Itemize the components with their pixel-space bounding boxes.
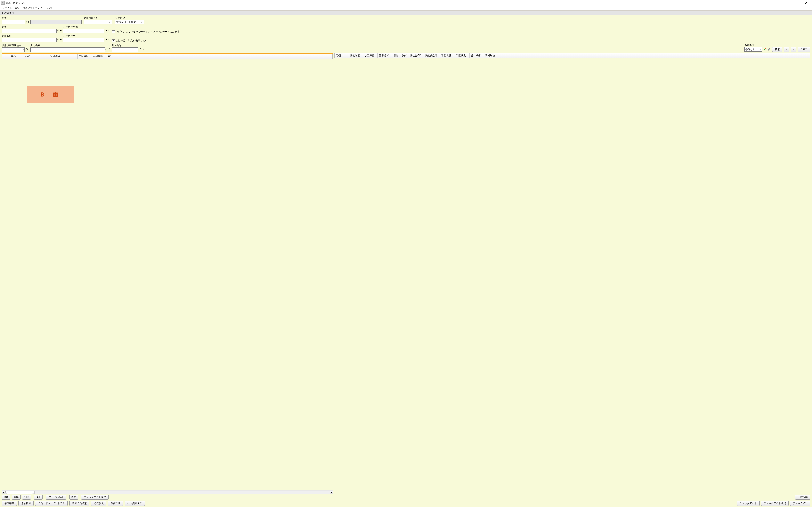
- right-col-hacchuutanka[interactable]: 発注単価: [349, 53, 363, 58]
- prev-button[interactable]: ◄: [784, 47, 790, 52]
- right-col-shizai-tani[interactable]: 資材単位: [484, 53, 810, 58]
- seiban-kanri-button[interactable]: 製番管理: [108, 501, 123, 506]
- maker-mei-input[interactable]: [63, 38, 104, 42]
- scroll-right-icon[interactable]: ►: [330, 491, 333, 494]
- checkbox-hide-deleted[interactable]: ✔ 削除部品・製品を表示しない: [112, 39, 148, 42]
- left-col-hinmoku-bunrui[interactable]: 品目分類: [78, 54, 92, 59]
- right-col-hacchuusaki-cd[interactable]: 発注先CD: [409, 53, 424, 58]
- hinban-input[interactable]: [2, 29, 57, 34]
- minimize-button[interactable]: [784, 0, 793, 6]
- kakuchou-jouken-select[interactable]: 条件なし ▼: [744, 47, 762, 52]
- b-side-overlay: Ｂ 面: [27, 87, 74, 103]
- title-bar: Cel 部品・製品マスタ: [0, 0, 812, 6]
- menu-bar: ファイル 設定 永続化プロパティ ヘルプ: [0, 6, 812, 11]
- seiban-name-display: [30, 20, 82, 24]
- label-zumen-bangou: 図面番号: [111, 44, 144, 47]
- scroll-left-icon[interactable]: ◄: [2, 491, 5, 494]
- right-col-teika[interactable]: 定価: [335, 53, 349, 58]
- right-col-sakujo-flag[interactable]: 削除フラグ: [393, 53, 409, 58]
- right-col-kakou-tanka[interactable]: 加工単価: [363, 53, 378, 58]
- section-title: 検索条件: [4, 11, 14, 15]
- shiiresaki-master-button[interactable]: 仕入先マスタ: [125, 501, 145, 506]
- right-col-kijun-tsuuka[interactable]: 基準通貨…: [378, 53, 393, 58]
- seiban-input[interactable]: [2, 20, 26, 24]
- left-col-rowheader[interactable]: [2, 54, 10, 59]
- svg-point-4: [27, 21, 29, 23]
- delete-button[interactable]: 削除: [22, 495, 31, 500]
- checkout-status-button[interactable]: チェックアウト状況: [81, 495, 109, 500]
- saiban-button[interactable]: 採番: [34, 495, 43, 500]
- window-title: 部品・製品マスタ: [6, 1, 26, 5]
- hinmoku-shurui-kubun-select[interactable]: ▼: [84, 20, 112, 24]
- search-section-header[interactable]: ▼ 検索条件: [0, 11, 812, 15]
- svg-line-7: [28, 50, 28, 51]
- eraser-icon[interactable]: [768, 48, 771, 51]
- grids-container: 製番 品番 品目名称 品目分類 品目種類… 材 Ｂ 面 定価 発注単価 加工単価…: [0, 53, 812, 490]
- menu-help[interactable]: ヘルプ: [44, 6, 54, 10]
- left-grid-pane: 製番 品番 品目名称 品目分類 品目種類… 材 Ｂ 面: [2, 53, 333, 489]
- right-grid-body[interactable]: [335, 58, 810, 489]
- checkbox-login-id-checkout[interactable]: ログインしているIDでチェックアウト中のデータのみ表示: [112, 30, 180, 34]
- right-col-shizai-tanka[interactable]: 資材単価: [469, 53, 484, 58]
- app-icon: Cel: [1, 1, 4, 4]
- kanren-zumen-search-button[interactable]: 関連図面検索: [69, 501, 89, 506]
- genka-sekisan-button[interactable]: 原価積算: [18, 501, 34, 506]
- zumen-bangou-input[interactable]: [111, 47, 138, 52]
- kousei-edit-button[interactable]: 構成編集: [2, 501, 17, 506]
- menu-file[interactable]: ファイル: [1, 6, 13, 10]
- left-col-zai[interactable]: 材: [107, 54, 333, 59]
- left-grid-body[interactable]: [2, 59, 333, 489]
- maximize-button[interactable]: [793, 0, 802, 6]
- menu-persistence-props[interactable]: 永続化プロパティ: [21, 6, 44, 10]
- checkbox-checked-icon: ✔: [112, 39, 115, 42]
- koukai-kubun-select[interactable]: プライベート優先▼: [115, 20, 144, 24]
- hanyou-taishou-lookup-icon[interactable]: [25, 48, 29, 52]
- clear-button[interactable]: クリア: [798, 47, 810, 52]
- close-button[interactable]: [802, 0, 811, 6]
- kousei-sanshou-button[interactable]: 構成参照: [91, 501, 106, 506]
- label-hinmoku-meisho: 品目名称: [2, 34, 62, 38]
- svg-point-6: [26, 48, 28, 50]
- maker-kataban-input[interactable]: [63, 29, 104, 34]
- hinmoku-meisho-input[interactable]: [2, 38, 57, 42]
- right-grid-header: 定価 発注単価 加工単価 基準通貨… 削除フラグ 発注先CD 発注先名称 手配状…: [335, 53, 810, 58]
- checkout-cancel-button[interactable]: チェックアウト取消: [761, 501, 789, 506]
- checkin-button[interactable]: チェックイン: [790, 501, 810, 506]
- label-maker-mei: メーカー名: [63, 34, 109, 38]
- checkbox-box-icon: [112, 30, 115, 33]
- copy-button[interactable]: 複製: [12, 495, 20, 500]
- button-rows: 追加 複製 削除 採番 ファイル参照 履歴 チェックアウト状況 一時保存 構成編…: [0, 494, 812, 507]
- right-col-tehai1[interactable]: 手配状況…: [440, 53, 455, 58]
- add-button[interactable]: 追加: [2, 495, 10, 500]
- left-col-seiban[interactable]: 製番: [10, 54, 24, 59]
- file-ref-button[interactable]: ファイル参照: [46, 495, 66, 500]
- hanyou-taishou-select[interactable]: ▼: [2, 47, 24, 52]
- right-col-tehai2[interactable]: 手配状況…: [455, 53, 469, 58]
- temp-save-button[interactable]: 一時保存: [795, 495, 810, 500]
- left-col-hinban[interactable]: 品番: [24, 54, 49, 59]
- menu-settings[interactable]: 設定: [13, 6, 21, 10]
- history-button[interactable]: 履歴: [69, 495, 78, 500]
- zumen-doc-mgmt-button[interactable]: 図面・ドキュメント管理: [35, 501, 68, 506]
- checkout-button[interactable]: チェックアウト: [737, 501, 760, 506]
- label-hanyou-kensaku: 汎用検索: [30, 44, 110, 47]
- left-grid-scrollbar[interactable]: ◄ ►: [2, 490, 333, 494]
- right-col-hacchuusaki-mei[interactable]: 発注先名称: [424, 53, 440, 58]
- label-hinban: 品番: [2, 25, 62, 29]
- hanyou-kensaku-input[interactable]: [30, 47, 105, 52]
- scroll-track[interactable]: [35, 491, 330, 494]
- right-grid-pane: 定価 発注単価 加工単価 基準通貨… 削除フラグ 発注先CD 発注先名称 手配状…: [335, 53, 810, 489]
- checkbox-login-id-label: ログインしているIDでチェックアウト中のデータのみ表示: [116, 30, 180, 34]
- maker-mei-wildcard: ( * *): [105, 39, 109, 42]
- left-col-hinmoku-shurui[interactable]: 品目種類…: [92, 54, 107, 59]
- label-koukai-kubun: 公開区分: [115, 16, 144, 20]
- next-button[interactable]: ►: [791, 47, 797, 52]
- left-col-hinmoku-meisho[interactable]: 品目名称: [49, 54, 78, 59]
- seiban-lookup-icon[interactable]: [26, 20, 30, 24]
- sheet-tab[interactable]: [5, 491, 34, 494]
- hanyou-kensaku-wildcard: ( * *): [105, 48, 110, 51]
- svg-line-5: [28, 22, 29, 23]
- pencil-icon[interactable]: [763, 48, 766, 51]
- kakuchou-jouken-value: 条件なし: [745, 48, 759, 51]
- search-button[interactable]: 検索: [772, 47, 782, 52]
